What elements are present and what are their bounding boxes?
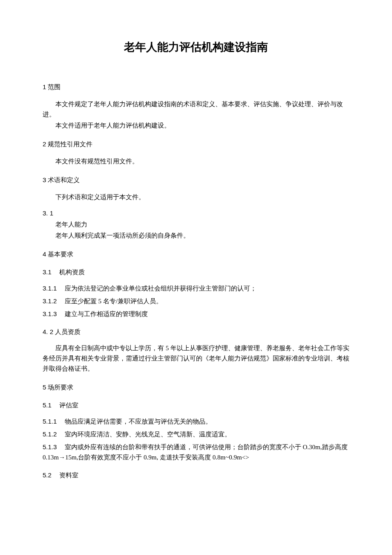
section-2-text: 规范性引用文件	[48, 141, 92, 148]
clause-5-1-1: 5.1.1 物品应满足评估需要，不应放置与评估无关的物品。	[43, 416, 349, 427]
clause-3-1-1: 3.1.1 应为依法登记的企事业单位或社会组织并获得行业主管部门的认可；	[43, 283, 349, 293]
section-4-text: 基本要求	[48, 251, 73, 258]
s1-p2: 本文件适用于老年人能力评估机构建设。	[43, 120, 349, 131]
section-2-heading: 2 规范性引用文件	[43, 139, 349, 149]
sub-4-2-text: 人员资质	[55, 328, 81, 335]
section-4-num: 4	[43, 250, 46, 258]
sub-5-2-text: 资料室	[59, 472, 78, 479]
sub-5-1-num: 5.1	[43, 400, 52, 410]
s2-p1: 本文件没有规范性引用文件。	[43, 156, 349, 166]
sub-5-2-num: 5.2	[43, 470, 52, 480]
term-3-1-def: 老年人顺利完成某一项活动所必须的自身条件。	[43, 230, 349, 241]
term-3-1-num: 3. 1	[43, 208, 349, 218]
section-5-heading: 5 场所要求	[43, 382, 349, 392]
sub-4-2-num: 4. 2	[43, 328, 53, 335]
sub-3-1-num: 3.1	[43, 267, 52, 277]
document-title: 老年人能力评估机构建设指南	[43, 38, 349, 56]
sub-5-1-text: 评估室	[59, 402, 78, 409]
section-3-heading: 3 术语和定义	[43, 175, 349, 185]
clause-5-1-2: 5.1.2 室内环境应清洁、安静、光线充足、空气清新、温度适宜。	[43, 429, 349, 439]
sub-3-1-heading: 3.1机构资质	[43, 267, 349, 277]
section-1-heading: 1 范围	[43, 82, 349, 92]
sub-4-2-heading: 4. 2 人员资质	[43, 327, 349, 337]
section-2-num: 2	[43, 140, 46, 148]
section-5-text: 场所要求	[48, 384, 73, 391]
sub-3-1-text: 机构资质	[59, 269, 85, 276]
s4-2-p: 应具有全日制高中或中专以上学历，有 5 年以上从事医疗护理、健康管理、养老服务、…	[43, 343, 349, 374]
section-1-text: 范围	[48, 84, 61, 90]
section-1-num: 1	[43, 83, 46, 90]
section-3-num: 3	[43, 176, 46, 183]
sub-5-2-heading: 5.2资料室	[43, 470, 349, 480]
section-4-heading: 4 基本要求	[43, 249, 349, 259]
s1-p1: 本文件规定了老年人能力评估机构建设指南的术语和定义、基本要求、评估实施、争议处理…	[43, 99, 349, 119]
section-3-text: 术语和定义	[48, 177, 80, 183]
s3-p1: 下列术语和定义适用于本文件。	[43, 192, 349, 202]
clause-5-1-3: 5.1.3 室内或外应有连续的台阶和带有扶手的通道，可供评估使用；台阶踏步的宽度…	[43, 442, 349, 462]
sub-5-1-heading: 5.1评估室	[43, 400, 349, 410]
clause-3-1-2: 3.1.2 应至少配置 5 名专/兼职评估人员。	[43, 296, 349, 306]
section-5-num: 5	[43, 384, 46, 391]
clause-3-1-3: 3.1.3 建立与工作相适应的管理制度	[43, 309, 349, 319]
term-3-1-name: 老年人能力	[43, 219, 349, 230]
